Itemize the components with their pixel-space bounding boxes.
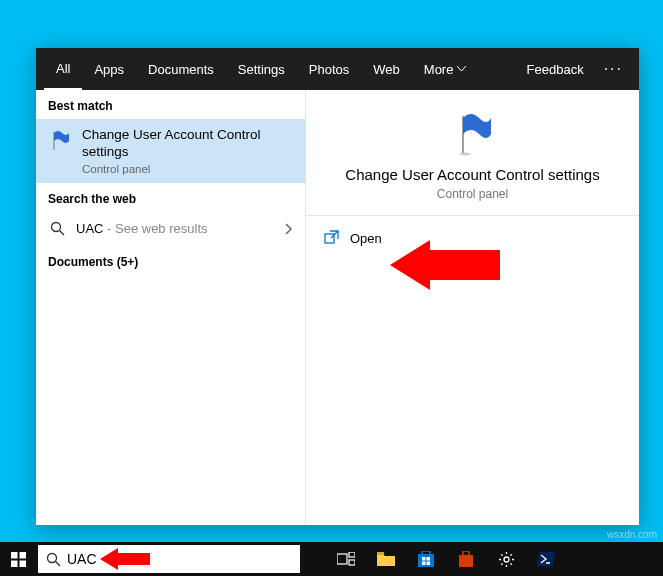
results-list: Best match Change User Account Control s… <box>36 90 306 525</box>
tab-settings[interactable]: Settings <box>226 48 297 90</box>
svg-rect-12 <box>349 560 355 565</box>
app-button[interactable] <box>446 542 486 576</box>
preview-header: Change User Account Control settings Con… <box>306 90 639 216</box>
svg-point-0 <box>51 223 60 232</box>
store-icon <box>418 551 434 567</box>
svg-rect-16 <box>427 557 431 561</box>
start-button[interactable] <box>0 542 36 576</box>
taskbar-search-box[interactable] <box>38 545 300 573</box>
task-view-icon <box>337 552 355 566</box>
best-match-text: Change User Account Control settings Con… <box>82 127 293 175</box>
svg-rect-5 <box>19 552 26 559</box>
tab-documents[interactable]: Documents <box>136 48 226 90</box>
search-icon <box>46 552 61 567</box>
chevron-right-icon <box>285 223 293 235</box>
svg-rect-4 <box>11 552 18 559</box>
svg-rect-7 <box>19 560 26 567</box>
open-label: Open <box>350 231 382 246</box>
open-icon <box>324 230 340 246</box>
documents-section-label[interactable]: Documents (5+) <box>36 246 305 275</box>
tab-photos[interactable]: Photos <box>297 48 361 90</box>
uac-flag-icon-large <box>451 112 495 156</box>
svg-line-9 <box>56 561 61 566</box>
search-icon <box>48 220 66 238</box>
open-action[interactable]: Open <box>306 216 639 260</box>
taskbar-search-input[interactable] <box>67 551 292 567</box>
tab-apps[interactable]: Apps <box>82 48 136 90</box>
taskbar <box>0 542 663 576</box>
svg-line-1 <box>59 231 64 236</box>
best-match-title: Change User Account Control settings <box>82 127 293 161</box>
file-explorer-button[interactable] <box>366 542 406 576</box>
settings-button[interactable] <box>486 542 526 576</box>
powershell-icon <box>537 552 555 566</box>
more-options-button[interactable]: ··· <box>596 60 631 78</box>
taskbar-pinned-apps <box>326 542 566 576</box>
svg-rect-3 <box>325 234 334 243</box>
search-results-panel: All Apps Documents Settings Photos Web M… <box>36 48 639 525</box>
tab-more[interactable]: More <box>412 48 479 90</box>
svg-rect-13 <box>377 552 384 555</box>
best-match-subtitle: Control panel <box>82 163 293 175</box>
chevron-down-icon <box>457 66 466 72</box>
svg-rect-15 <box>422 557 426 561</box>
svg-rect-17 <box>422 562 426 566</box>
svg-rect-10 <box>337 554 347 564</box>
uac-flag-icon <box>48 129 72 153</box>
windows-logo-icon <box>11 552 26 567</box>
bag-icon <box>458 551 474 567</box>
microsoft-store-button[interactable] <box>406 542 446 576</box>
best-match-result[interactable]: Change User Account Control settings Con… <box>36 119 305 183</box>
svg-point-8 <box>48 553 57 562</box>
best-match-label: Best match <box>36 90 305 119</box>
search-web-label: Search the web <box>36 183 305 212</box>
result-preview: Change User Account Control settings Con… <box>306 90 639 525</box>
folder-icon <box>377 552 395 566</box>
svg-rect-11 <box>349 552 355 557</box>
web-result-suffix: - See web results <box>103 221 207 236</box>
feedback-link[interactable]: Feedback <box>515 62 596 77</box>
web-result-uac[interactable]: UAC - See web results <box>36 212 305 246</box>
svg-point-2 <box>459 153 471 156</box>
svg-rect-19 <box>459 555 473 567</box>
preview-subtitle: Control panel <box>322 187 623 201</box>
preview-title: Change User Account Control settings <box>322 166 623 183</box>
powershell-button[interactable] <box>526 542 566 576</box>
svg-rect-20 <box>463 551 469 556</box>
task-view-button[interactable] <box>326 542 366 576</box>
search-content: Best match Change User Account Control s… <box>36 90 639 525</box>
svg-point-21 <box>504 557 509 562</box>
tab-web[interactable]: Web <box>361 48 412 90</box>
web-result-query: UAC <box>76 221 103 236</box>
watermark: wsxdn.com <box>607 529 657 540</box>
search-tabs: All Apps Documents Settings Photos Web M… <box>36 48 639 90</box>
svg-rect-6 <box>11 560 18 567</box>
web-result-text: UAC - See web results <box>76 221 275 236</box>
svg-rect-18 <box>427 562 431 566</box>
svg-rect-14 <box>418 554 434 567</box>
tab-more-label: More <box>424 62 454 77</box>
gear-icon <box>498 551 515 568</box>
tab-all[interactable]: All <box>44 48 82 90</box>
